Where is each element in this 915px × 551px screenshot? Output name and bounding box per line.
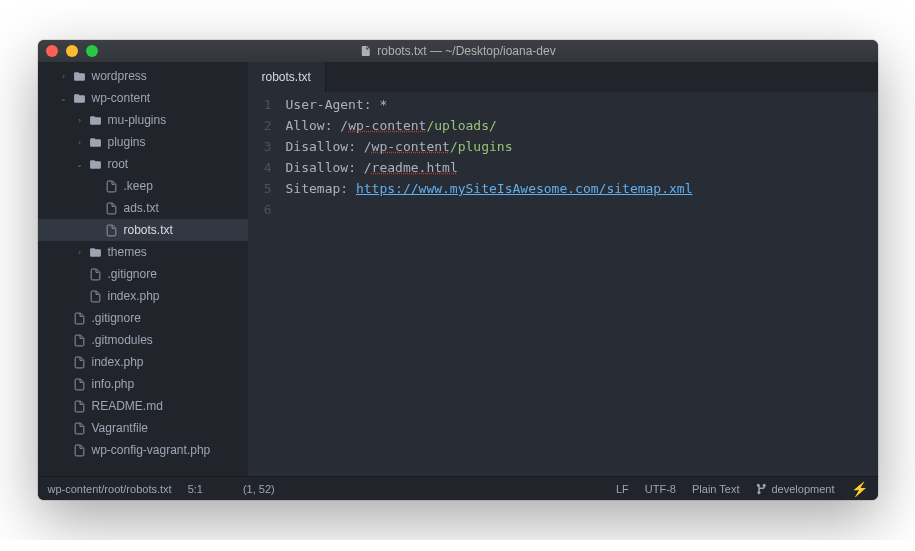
file-icon xyxy=(104,224,119,237)
code-line[interactable]: Sitemap: https://www.mySiteIsAwesome.com… xyxy=(286,178,878,199)
tree-row[interactable]: index.php xyxy=(38,351,248,373)
tree-row-label: robots.txt xyxy=(124,223,173,237)
code-token: /plugins xyxy=(450,139,513,154)
tree-row[interactable]: .keep xyxy=(38,175,248,197)
tree-row-label: .gitignore xyxy=(92,311,141,325)
tree-row[interactable]: wp-config-vagrant.php xyxy=(38,439,248,461)
traffic-lights xyxy=(46,45,98,57)
chevron-right-icon[interactable]: › xyxy=(76,138,84,147)
folder-icon xyxy=(88,136,103,149)
code-line[interactable] xyxy=(286,199,878,220)
folder-open-icon xyxy=(72,70,87,83)
status-bar: wp-content/root/robots.txt 5:1 (1, 52) L… xyxy=(38,476,878,500)
line-number[interactable]: 3 xyxy=(248,136,272,157)
tree-row-label: wp-content xyxy=(92,91,151,105)
file-icon xyxy=(88,290,103,303)
code-area[interactable]: 123456 User-Agent: *Allow: /wp-content/u… xyxy=(248,92,878,476)
file-icon xyxy=(72,312,87,325)
status-path[interactable]: wp-content/root/robots.txt xyxy=(48,483,172,495)
tree-row[interactable]: ⌄root xyxy=(38,153,248,175)
line-number[interactable]: 5 xyxy=(248,178,272,199)
code-token: readme.html xyxy=(372,160,458,175)
tree-row-label: .gitignore xyxy=(108,267,157,281)
file-icon xyxy=(72,356,87,369)
file-tree[interactable]: ›wordpress⌄wp-content›mu-plugins›plugins… xyxy=(38,62,248,476)
file-icon xyxy=(72,444,87,457)
status-encoding[interactable]: UTF-8 xyxy=(645,483,676,495)
code-token: : / xyxy=(348,139,371,154)
code-token: : xyxy=(340,181,356,196)
squirrel-icon[interactable]: ⚡ xyxy=(851,481,868,497)
chevron-right-icon[interactable]: › xyxy=(76,116,84,125)
status-cursor-pos[interactable]: 5:1 xyxy=(188,483,203,495)
status-grammar[interactable]: Plain Text xyxy=(692,483,740,495)
file-icon xyxy=(72,334,87,347)
tree-row[interactable]: README.md xyxy=(38,395,248,417)
file-icon xyxy=(359,45,371,57)
code-token: : / xyxy=(325,118,348,133)
code-line[interactable]: Disallow: /wp-content/plugins xyxy=(286,136,878,157)
window-title-text: robots.txt — ~/Desktop/ioana-dev xyxy=(377,44,555,58)
tree-row[interactable]: ⌄wp-content xyxy=(38,87,248,109)
code-line[interactable]: Disallow: /readme.html xyxy=(286,157,878,178)
close-button[interactable] xyxy=(46,45,58,57)
code-lines[interactable]: User-Agent: *Allow: /wp-content/uploads/… xyxy=(286,94,878,476)
status-branch[interactable]: development xyxy=(772,483,835,495)
line-number[interactable]: 6 xyxy=(248,199,272,220)
chevron-right-icon[interactable]: › xyxy=(76,248,84,257)
minimize-button[interactable] xyxy=(66,45,78,57)
tree-row-label: root xyxy=(108,157,129,171)
git-branch-icon xyxy=(756,483,768,495)
folder-icon xyxy=(88,246,103,259)
code-line[interactable]: User-Agent: * xyxy=(286,94,878,115)
tab[interactable]: robots.txt xyxy=(248,62,326,92)
code-token: Disallow xyxy=(286,139,349,154)
chevron-down-icon[interactable]: ⌄ xyxy=(76,160,84,169)
tree-row[interactable]: .gitignore xyxy=(38,307,248,329)
tree-row[interactable]: ›themes xyxy=(38,241,248,263)
tree-row-label: README.md xyxy=(92,399,163,413)
titlebar[interactable]: robots.txt — ~/Desktop/ioana-dev xyxy=(38,40,878,62)
code-token: wp-content xyxy=(372,139,450,154)
window-title: robots.txt — ~/Desktop/ioana-dev xyxy=(359,44,555,58)
code-token: : / xyxy=(348,160,371,175)
tree-row[interactable]: Vagrantfile xyxy=(38,417,248,439)
tree-row[interactable]: info.php xyxy=(38,373,248,395)
line-number[interactable]: 2 xyxy=(248,115,272,136)
maximize-button[interactable] xyxy=(86,45,98,57)
tree-row[interactable]: ads.txt xyxy=(38,197,248,219)
code-token: * xyxy=(379,97,387,112)
chevron-down-icon[interactable]: ⌄ xyxy=(60,94,68,103)
tree-row-label: themes xyxy=(108,245,147,259)
tree-row-label: index.php xyxy=(108,289,160,303)
tree-row[interactable]: ›mu-plugins xyxy=(38,109,248,131)
line-number[interactable]: 4 xyxy=(248,157,272,178)
folder-open-icon xyxy=(72,92,87,105)
tree-row[interactable]: .gitignore xyxy=(38,263,248,285)
status-ruler[interactable]: (1, 52) xyxy=(243,483,275,495)
tree-row[interactable]: ›wordpress xyxy=(38,65,248,87)
tree-row[interactable]: .gitmodules xyxy=(38,329,248,351)
tree-row[interactable]: ›plugins xyxy=(38,131,248,153)
tree-row-label: info.php xyxy=(92,377,135,391)
folder-icon xyxy=(88,114,103,127)
line-number[interactable]: 1 xyxy=(248,94,272,115)
code-token: User-Agent xyxy=(286,97,364,112)
tree-row[interactable]: index.php xyxy=(38,285,248,307)
code-line[interactable]: Allow: /wp-content/uploads/ xyxy=(286,115,878,136)
code-token: : xyxy=(364,97,380,112)
tree-row-label: index.php xyxy=(92,355,144,369)
tree-row-label: ads.txt xyxy=(124,201,159,215)
chevron-right-icon[interactable]: › xyxy=(60,72,68,81)
code-token: Disallow xyxy=(286,160,349,175)
tree-row-label: wordpress xyxy=(92,69,147,83)
tree-row-label: Vagrantfile xyxy=(92,421,148,435)
file-icon xyxy=(72,378,87,391)
tree-row-label: mu-plugins xyxy=(108,113,167,127)
code-token: Sitemap xyxy=(286,181,341,196)
content-area: ›wordpress⌄wp-content›mu-plugins›plugins… xyxy=(38,62,878,476)
file-icon xyxy=(104,202,119,215)
file-icon xyxy=(88,268,103,281)
status-eol[interactable]: LF xyxy=(616,483,629,495)
tree-row[interactable]: robots.txt xyxy=(38,219,248,241)
